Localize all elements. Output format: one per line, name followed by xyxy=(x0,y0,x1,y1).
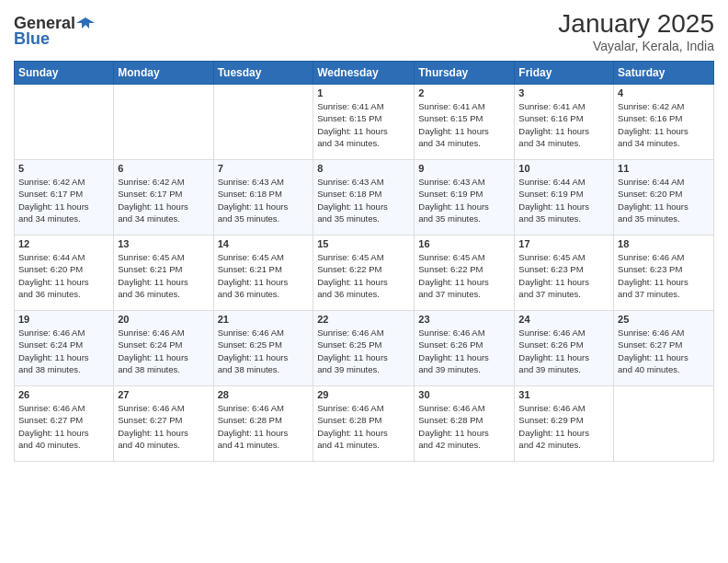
day-info-line: Sunrise: 6:46 AM xyxy=(518,327,585,338)
day-info-line: Sunset: 6:19 PM xyxy=(418,189,483,199)
day-info-line: Sunset: 6:28 PM xyxy=(317,415,381,425)
calendar-cell: 21Sunrise: 6:46 AMSunset: 6:25 PMDayligh… xyxy=(213,311,313,386)
logo: General Blue xyxy=(14,14,96,49)
day-info-line: Sunrise: 6:46 AM xyxy=(18,327,85,338)
calendar-cell: 23Sunrise: 6:46 AMSunset: 6:26 PMDayligh… xyxy=(415,311,515,386)
day-number: 16 xyxy=(418,238,510,249)
week-row-2: 5Sunrise: 6:42 AMSunset: 6:17 PMDaylight… xyxy=(15,160,714,236)
day-info-line: Sunrise: 6:44 AM xyxy=(18,252,85,262)
day-info-line: and 39 minutes. xyxy=(518,364,581,374)
calendar-cell: 25Sunrise: 6:46 AMSunset: 6:27 PMDayligh… xyxy=(614,311,714,386)
day-info-line: Daylight: 11 hours xyxy=(418,126,489,136)
day-info-line: Daylight: 11 hours xyxy=(18,201,89,212)
calendar-cell: 5Sunrise: 6:42 AMSunset: 6:17 PMDaylight… xyxy=(15,160,114,236)
day-info: Sunrise: 6:45 AMSunset: 6:23 PMDaylight:… xyxy=(518,251,609,300)
day-info-line: Sunset: 6:17 PM xyxy=(18,189,83,199)
day-info-line: Sunset: 6:15 PM xyxy=(317,113,381,123)
day-number: 24 xyxy=(518,314,609,325)
day-info: Sunrise: 6:41 AMSunset: 6:15 PMDaylight:… xyxy=(418,100,510,149)
day-info: Sunrise: 6:44 AMSunset: 6:20 PMDaylight:… xyxy=(618,176,710,224)
day-info-line: Sunset: 6:18 PM xyxy=(218,189,282,199)
day-info-line: Sunset: 6:19 PM xyxy=(518,189,583,199)
calendar-cell: 3Sunrise: 6:41 AMSunset: 6:16 PMDaylight… xyxy=(515,85,614,160)
day-info-line: Sunrise: 6:46 AM xyxy=(418,403,484,413)
calendar-cell xyxy=(114,85,213,160)
calendar-cell: 7Sunrise: 6:43 AMSunset: 6:18 PMDaylight… xyxy=(213,160,313,236)
day-number: 7 xyxy=(218,163,310,174)
day-info-line: Sunrise: 6:46 AM xyxy=(317,327,383,338)
calendar-cell: 20Sunrise: 6:46 AMSunset: 6:24 PMDayligh… xyxy=(114,311,213,386)
day-info-line: and 35 minutes. xyxy=(418,213,481,224)
calendar-cell: 6Sunrise: 6:42 AMSunset: 6:17 PMDaylight… xyxy=(114,160,213,236)
calendar-cell: 18Sunrise: 6:46 AMSunset: 6:23 PMDayligh… xyxy=(614,236,714,311)
header-wednesday: Wednesday xyxy=(313,62,415,85)
calendar-cell xyxy=(213,85,313,160)
day-info-line: Daylight: 11 hours xyxy=(218,428,289,438)
day-info-line: Sunrise: 6:43 AM xyxy=(218,177,284,187)
day-info-line: Daylight: 11 hours xyxy=(618,201,688,212)
day-number: 6 xyxy=(118,163,209,174)
day-info-line: and 36 minutes. xyxy=(218,289,280,299)
day-info-line: and 36 minutes. xyxy=(18,289,81,299)
day-info: Sunrise: 6:46 AMSunset: 6:25 PMDaylight:… xyxy=(317,327,410,375)
day-info-line: Daylight: 11 hours xyxy=(518,126,589,136)
day-info-line: Sunrise: 6:43 AM xyxy=(418,177,484,187)
day-number: 2 xyxy=(418,87,510,98)
day-info-line: Daylight: 11 hours xyxy=(18,277,89,287)
page: General Blue January 2025 Vayalar, Keral… xyxy=(0,0,728,563)
calendar-cell: 14Sunrise: 6:45 AMSunset: 6:21 PMDayligh… xyxy=(213,236,313,311)
week-row-5: 26Sunrise: 6:46 AMSunset: 6:27 PMDayligh… xyxy=(15,386,714,462)
day-info-line: Sunrise: 6:44 AM xyxy=(518,177,585,187)
day-info-line: and 41 minutes. xyxy=(317,440,380,450)
day-info-line: Sunrise: 6:42 AM xyxy=(618,101,684,111)
day-info-line: Sunset: 6:25 PM xyxy=(218,339,282,350)
day-number: 18 xyxy=(618,238,710,249)
calendar-cell: 17Sunrise: 6:45 AMSunset: 6:23 PMDayligh… xyxy=(515,236,614,311)
day-info-line: Sunrise: 6:46 AM xyxy=(317,403,383,413)
day-info: Sunrise: 6:46 AMSunset: 6:28 PMDaylight:… xyxy=(317,402,410,451)
calendar-cell: 2Sunrise: 6:41 AMSunset: 6:15 PMDaylight… xyxy=(415,85,515,160)
day-info-line: and 39 minutes. xyxy=(418,364,481,374)
day-info-line: Daylight: 11 hours xyxy=(218,201,289,212)
calendar-cell: 4Sunrise: 6:42 AMSunset: 6:16 PMDaylight… xyxy=(614,85,714,160)
day-info-line: and 38 minutes. xyxy=(118,364,180,374)
day-info-line: Sunset: 6:24 PM xyxy=(18,339,83,350)
day-number: 21 xyxy=(218,314,310,325)
day-info-line: Sunrise: 6:46 AM xyxy=(118,403,184,413)
day-number: 13 xyxy=(118,238,209,249)
day-info-line: Sunset: 6:20 PM xyxy=(18,264,83,274)
day-number: 5 xyxy=(18,163,109,174)
day-info-line: Daylight: 11 hours xyxy=(218,277,289,287)
day-info: Sunrise: 6:46 AMSunset: 6:27 PMDaylight:… xyxy=(618,327,710,375)
calendar-cell xyxy=(15,85,114,160)
day-info: Sunrise: 6:46 AMSunset: 6:23 PMDaylight:… xyxy=(618,251,710,300)
header-tuesday: Tuesday xyxy=(213,62,313,85)
day-number: 1 xyxy=(317,87,410,98)
day-info-line: and 35 minutes. xyxy=(618,213,680,224)
day-info: Sunrise: 6:46 AMSunset: 6:24 PMDaylight:… xyxy=(18,327,109,375)
day-info: Sunrise: 6:45 AMSunset: 6:22 PMDaylight:… xyxy=(418,251,510,300)
day-number: 17 xyxy=(518,238,609,249)
calendar-cell: 28Sunrise: 6:46 AMSunset: 6:28 PMDayligh… xyxy=(213,386,313,462)
calendar-cell: 16Sunrise: 6:45 AMSunset: 6:22 PMDayligh… xyxy=(415,236,515,311)
day-number: 22 xyxy=(317,314,410,325)
day-number: 4 xyxy=(618,87,710,98)
day-info-line: Daylight: 11 hours xyxy=(618,277,688,287)
day-info-line: and 37 minutes. xyxy=(518,289,581,299)
day-info-line: and 38 minutes. xyxy=(18,364,81,374)
day-info-line: Sunset: 6:15 PM xyxy=(418,113,483,123)
calendar-cell: 11Sunrise: 6:44 AMSunset: 6:20 PMDayligh… xyxy=(614,160,714,236)
svg-marker-0 xyxy=(76,17,95,29)
day-number: 19 xyxy=(18,314,109,325)
day-info: Sunrise: 6:46 AMSunset: 6:27 PMDaylight:… xyxy=(18,402,109,451)
day-info-line: Daylight: 11 hours xyxy=(317,201,388,212)
day-number: 30 xyxy=(418,389,510,400)
day-info-line: Sunset: 6:21 PM xyxy=(218,264,282,274)
week-row-3: 12Sunrise: 6:44 AMSunset: 6:20 PMDayligh… xyxy=(15,236,714,311)
day-info-line: and 34 minutes. xyxy=(118,213,180,224)
day-info-line: Sunset: 6:23 PM xyxy=(518,264,583,274)
day-info-line: and 34 minutes. xyxy=(418,138,481,148)
day-info: Sunrise: 6:42 AMSunset: 6:17 PMDaylight:… xyxy=(18,176,109,224)
day-info: Sunrise: 6:43 AMSunset: 6:18 PMDaylight:… xyxy=(317,176,410,224)
day-info: Sunrise: 6:44 AMSunset: 6:20 PMDaylight:… xyxy=(18,251,109,300)
